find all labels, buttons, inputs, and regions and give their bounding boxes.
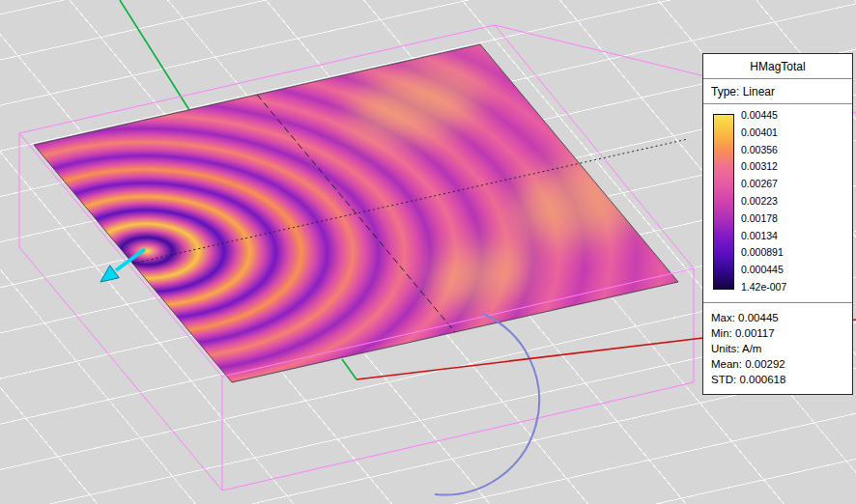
- stat-line: Min: 0.00117: [711, 325, 844, 341]
- colorbar-tick-label: 0.00356: [741, 144, 786, 155]
- colorbar-tick-label: 0.00267: [741, 178, 786, 189]
- colorbar-tick-label: 1.42e-007: [741, 281, 786, 293]
- colorbar-tick-label: 0.00223: [741, 195, 786, 207]
- colorbar-tick-label: 0.00445: [741, 109, 786, 121]
- colorbar-tick-label: 0.000445: [741, 264, 786, 275]
- box-edge: [222, 382, 694, 490]
- colorbar-tick-label: 0.00134: [741, 230, 786, 241]
- colorbar-gradient: [713, 114, 734, 290]
- stat-line: Units: A/m: [711, 341, 844, 356]
- colorbar-section: 0.004450.004010.003560.003120.002670.002…: [703, 104, 852, 303]
- colorbar-tick-label: 0.00401: [741, 126, 786, 138]
- colorbar-tick-label: 0.000891: [741, 246, 786, 258]
- viewport-3d[interactable]: HMagTotal Type: Linear 0.004450.004010.0…: [0, 0, 856, 504]
- colorbar-tick-label: 0.00178: [741, 212, 786, 224]
- y-axis-origin-segment: [342, 359, 357, 379]
- legend-type-label: Type: Linear: [703, 79, 852, 104]
- coil-arc[interactable]: [435, 314, 539, 495]
- legend-title: HMagTotal: [703, 54, 852, 79]
- stat-line: Max: 0.00445: [711, 310, 844, 325]
- stat-line: STD: 0.000618: [711, 372, 844, 387]
- colorbar-labels: 0.004450.004010.003560.003120.002670.002…: [741, 109, 786, 293]
- y-axis-upper-segment: [120, 0, 189, 110]
- legend-panel[interactable]: HMagTotal Type: Linear 0.004450.004010.0…: [702, 53, 853, 395]
- legend-stats: Max: 0.00445Min: 0.00117Units: A/mMean: …: [703, 303, 852, 394]
- colorbar-tick-label: 0.00312: [741, 160, 786, 172]
- stat-line: Mean: 0.00292: [711, 356, 844, 372]
